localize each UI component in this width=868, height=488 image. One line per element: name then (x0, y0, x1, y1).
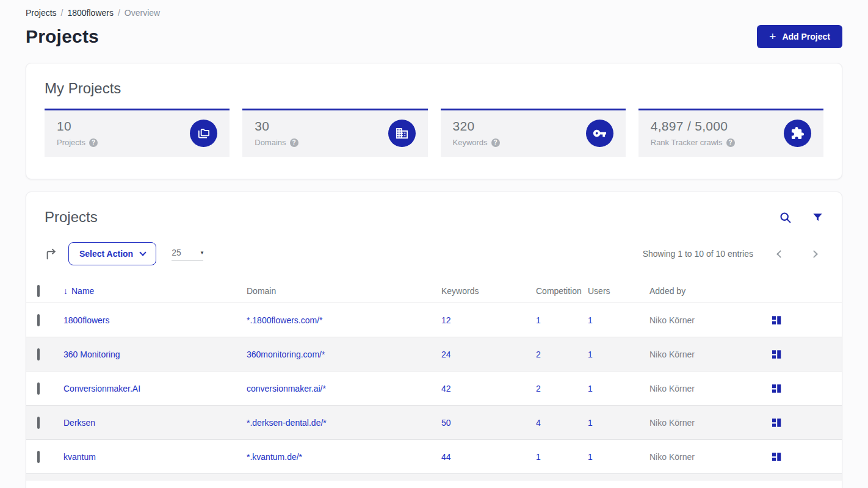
table-row: 1800flowers *.1800flowers.com/* 12 1 1 N… (26, 303, 842, 337)
table-row: 360 Monitoring 360monitoring.com/* 24 2 … (26, 337, 842, 371)
folders-icon (190, 120, 217, 147)
my-projects-panel: My Projects 10 Projects ? (26, 63, 842, 179)
competition-count-cell[interactable]: 1 (536, 315, 541, 325)
keywords-count-cell[interactable]: 44 (441, 452, 451, 462)
chevron-left-icon (776, 250, 784, 258)
stat-card-keywords: 320 Keywords ? (441, 109, 626, 157)
table-row-partial (26, 474, 842, 481)
added-by-cell: Niko Körner (649, 384, 695, 393)
column-header-domain[interactable]: Domain (247, 286, 441, 296)
keywords-count-cell[interactable]: 12 (441, 315, 451, 325)
project-name-link[interactable]: 360 Monitoring (63, 350, 120, 359)
select-all-checkbox[interactable] (37, 285, 40, 297)
table-body: 1800flowers *.1800flowers.com/* 12 1 1 N… (26, 303, 842, 474)
puzzle-icon (784, 120, 811, 147)
page-size-select[interactable]: 25 ▾ (172, 248, 203, 260)
row-checkbox[interactable] (37, 314, 40, 326)
next-page-button[interactable] (808, 248, 820, 260)
keywords-count: 320 (453, 119, 500, 134)
export-icon[interactable] (45, 247, 58, 260)
keywords-stat-label: Keywords (453, 138, 488, 147)
keywords-count-cell[interactable]: 50 (441, 418, 451, 428)
keywords-count-cell[interactable]: 24 (441, 350, 451, 359)
projects-stat-label: Projects (57, 138, 85, 147)
filter-icon[interactable] (812, 212, 823, 223)
dashboard-icon[interactable] (771, 417, 783, 428)
chevron-right-icon (810, 250, 818, 258)
dashboard-icon[interactable] (771, 349, 783, 360)
domains-stat-label: Domains (255, 138, 286, 147)
row-checkbox[interactable] (37, 348, 40, 361)
row-checkbox[interactable] (37, 382, 40, 395)
table-row: kvantum *.kvantum.de/* 44 1 1 Niko Körne… (26, 440, 842, 474)
table-row: Derksen *.derksen-dental.de/* 50 4 1 Nik… (26, 406, 842, 440)
project-name-link[interactable]: kvantum (63, 452, 96, 462)
project-domain-link[interactable]: 360monitoring.com/* (247, 350, 325, 359)
breadcrumb-project-name[interactable]: 1800flowers (67, 8, 114, 18)
dashboard-icon[interactable] (771, 383, 783, 394)
breadcrumb-separator: / (118, 8, 120, 18)
add-project-button[interactable]: + Add Project (757, 25, 842, 48)
column-header-competition[interactable]: Competition (536, 286, 588, 296)
help-icon[interactable]: ? (491, 138, 500, 147)
competition-count-cell[interactable]: 2 (536, 350, 541, 359)
keywords-count-cell[interactable]: 42 (441, 384, 451, 393)
projects-panel: Projects Se (26, 192, 842, 488)
column-header-keywords[interactable]: Keywords (441, 286, 536, 296)
column-header-added-by[interactable]: Added by (649, 286, 771, 296)
users-count-cell[interactable]: 1 (588, 418, 593, 428)
added-by-cell: Niko Körner (649, 350, 695, 359)
projects-table: ↓ Name Domain Keywords Competition Users… (26, 279, 842, 481)
stat-card-projects: 10 Projects ? (45, 109, 230, 157)
help-icon[interactable]: ? (726, 138, 735, 147)
project-domain-link[interactable]: *.1800flowers.com/* (247, 315, 323, 325)
crawls-count: 4,897 / 5,000 (651, 119, 735, 134)
search-icon[interactable] (779, 211, 792, 224)
added-by-cell: Niko Körner (649, 452, 695, 462)
page-size-value: 25 (172, 248, 181, 257)
help-icon[interactable]: ? (290, 138, 298, 147)
project-name-link[interactable]: Conversionmaker.AI (63, 384, 140, 393)
column-header-users[interactable]: Users (588, 286, 649, 296)
project-domain-link[interactable]: conversionmaker.ai/* (247, 384, 326, 393)
help-icon[interactable]: ? (89, 138, 98, 147)
users-count-cell[interactable]: 1 (588, 452, 593, 462)
breadcrumb-separator: / (61, 8, 63, 18)
users-count-cell[interactable]: 1 (588, 315, 593, 325)
select-action-label: Select Action (79, 249, 133, 259)
table-header-row: ↓ Name Domain Keywords Competition Users… (26, 279, 842, 303)
page-title: Projects (26, 26, 99, 47)
row-checkbox[interactable] (37, 417, 40, 429)
stat-card-domains: 30 Domains ? (242, 109, 427, 157)
breadcrumb-projects[interactable]: Projects (26, 8, 57, 18)
dashboard-icon[interactable] (771, 451, 783, 462)
project-domain-link[interactable]: *.derksen-dental.de/* (247, 418, 327, 428)
project-name-link[interactable]: Derksen (63, 418, 95, 428)
sort-descending-icon: ↓ (63, 286, 68, 296)
chevron-down-icon (140, 249, 146, 256)
table-row: Conversionmaker.AI conversionmaker.ai/* … (26, 371, 842, 406)
dropdown-arrow-icon: ▾ (201, 249, 204, 256)
my-projects-title: My Projects (45, 80, 823, 97)
project-domain-link[interactable]: *.kvantum.de/* (247, 452, 302, 462)
row-checkbox[interactable] (37, 451, 40, 463)
breadcrumb: Projects / 1800flowers / Overview (26, 0, 842, 18)
building-icon (388, 120, 416, 147)
select-action-dropdown[interactable]: Select Action (68, 242, 156, 265)
competition-count-cell[interactable]: 4 (536, 418, 541, 428)
added-by-cell: Niko Körner (649, 418, 695, 428)
project-name-link[interactable]: 1800flowers (63, 315, 110, 325)
users-count-cell[interactable]: 1 (588, 350, 593, 359)
added-by-cell: Niko Körner (649, 315, 695, 325)
projects-panel-title: Projects (45, 209, 98, 226)
crawls-stat-label: Rank Tracker crawls (651, 138, 723, 147)
competition-count-cell[interactable]: 2 (536, 384, 541, 393)
plus-icon: + (769, 30, 776, 42)
users-count-cell[interactable]: 1 (588, 384, 593, 393)
dashboard-icon[interactable] (771, 315, 783, 326)
column-header-name[interactable]: ↓ Name (63, 286, 247, 296)
stats-grid: 10 Projects ? 30 Domai (45, 109, 823, 157)
domains-count: 30 (255, 119, 298, 134)
previous-page-button[interactable] (774, 248, 787, 260)
competition-count-cell[interactable]: 1 (536, 452, 541, 462)
